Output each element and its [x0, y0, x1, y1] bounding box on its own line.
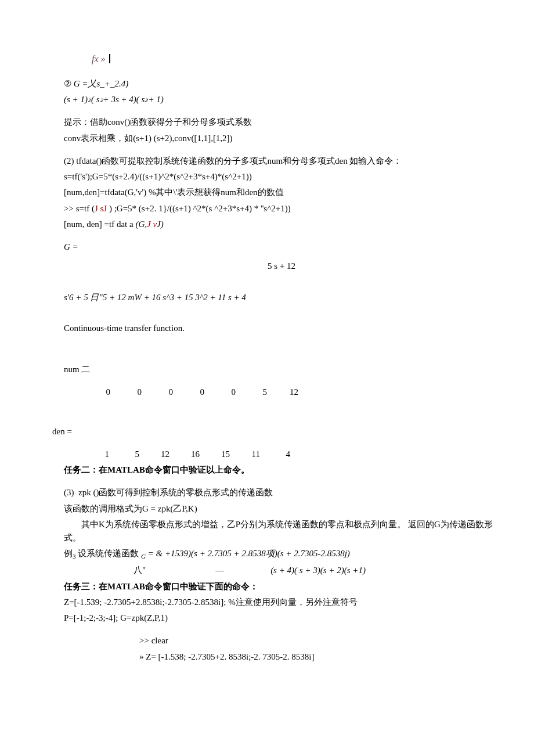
num-label: num 二: [64, 363, 499, 376]
den-v2: 12: [156, 448, 169, 461]
section-2-marker: ②: [64, 79, 71, 88]
ct-label: Continuous-time transfer function.: [64, 322, 499, 335]
code3-in: J sJ: [95, 204, 107, 213]
section-2-expr1: G =乂s_+_2.4): [74, 79, 128, 88]
g-label: G =: [64, 240, 499, 254]
den-v1: 5: [125, 448, 139, 461]
task-3: 任务三：在MATLAB命令窗口中验证下面的命令：: [64, 580, 499, 593]
den-v3: 16: [186, 448, 200, 461]
task-2: 任务二：在MATLAB命令窗口中验证以上命令。: [64, 463, 499, 477]
example-3-line2: 八" — (s + 4)( s + 3)(s + 2)(s +1): [64, 564, 499, 577]
tf-denominator: s'6 + 5 日"5 + 12 mW + 16 s^3 + 15 3^2 + …: [64, 291, 499, 304]
num-v3: 0: [193, 386, 204, 399]
ex3-l2b: —: [215, 564, 224, 577]
den-row: 1 5 12 16 15 11 4: [95, 448, 499, 461]
num-v5: 5: [255, 386, 267, 399]
ex3-g: G: [141, 553, 146, 560]
den-label: den =: [52, 425, 499, 438]
den-v4: 15: [216, 448, 230, 461]
code3-pre: >> s=tf (: [64, 204, 95, 213]
section-3: (2) tfdata()函数可提取控制系统传递函数的分子多项式num和分母多项式…: [64, 154, 499, 168]
hint-line1: 提示：借助conv()函数获得分子和分母多项式系数: [64, 116, 499, 129]
num-v6: 12: [287, 386, 298, 399]
section-4: (3) zpk ()函数可得到控制系统的零极点形式的传递函数: [64, 486, 499, 499]
section-3-code3: >> s=tf (J sJ ) ;G=5* (s+2. 1}/((s+1) ^2…: [64, 202, 499, 215]
section-3-code1: s=tf('s');G=5*(s+2.4)/((s+1)^2*(s^2+3*s+…: [64, 170, 499, 183]
num-v1: 0: [130, 386, 142, 399]
p-line: P=[-1;-2;-3;-4]; G=zpk(Z,P,1): [64, 611, 499, 625]
section-4-line1: zpk ()函数可得到控制系统的零极点形式的传递函数: [78, 488, 273, 497]
den-v5: 11: [246, 448, 260, 461]
tf-numerator: 5 s + 12: [64, 260, 499, 273]
section-3-marker: (2): [64, 156, 74, 165]
num-v0: 0: [99, 386, 110, 399]
ex3-l2c: (s + 4)( s + 3)(s + 2)(s +1): [270, 564, 366, 577]
num-v4: 0: [224, 386, 236, 399]
section-2-head: ② G =乂s_+_2.4): [64, 77, 499, 91]
tf-den-text: s'6 + 5 日"5 + 12 mW + 16 s^3 + 15 3^2 + …: [64, 293, 246, 302]
section-2-expr2: (s + 1)₂( s₂+ 3s + 4)( s₂+ 1): [64, 93, 499, 106]
section-3-code4: [num, den] =tf dat a (G,J vJ): [64, 218, 499, 231]
den-v0: 1: [95, 448, 109, 461]
ex3-pre: 例: [64, 549, 73, 558]
section-3-code2: [num,den]=tfdata(G,'v') %其中\'表示想获得num和de…: [64, 186, 499, 199]
code3-post: ) ;G=5* (s+2. 1}/((s+1) ^2*(s ^2+3*s+4) …: [107, 204, 291, 213]
hint-line2: conv表示相乘，如(s+1) (s+2),conv([1,1],[1,2]): [64, 132, 499, 145]
num-row: 0 0 0 0 0 5 12: [99, 386, 499, 399]
cursor-icon: [109, 54, 110, 63]
ex3-eq: = & +1539)(s + 2.7305 + 2.8538项)(s + 2.7…: [146, 549, 350, 558]
section-4-line2: 该函数的调用格式为G = zpk(乙P,K): [64, 502, 499, 516]
section-4-marker: (3): [64, 488, 74, 497]
fx-prompt: fx »: [92, 52, 499, 67]
code4-pre: [num, den] =tf dat a: [64, 219, 135, 229]
ex3-text: 设系统传递函数: [76, 549, 142, 558]
ex3-l2a: 八": [134, 564, 146, 577]
den-v6: 4: [276, 448, 290, 461]
num-v2: 0: [161, 386, 173, 399]
z-line: Z=[-1.539; -2.7305+2.8538i;-2.7305-2.853…: [64, 596, 499, 609]
section-4-para: 其中K为系统传函零极点形式的增益，乙P分别为系统传递函数的零点和极点列向量。 返…: [64, 518, 499, 545]
section-3-line1: tfdata()函数可提取控制系统传递函数的分子多项式num和分母多项式den …: [76, 156, 402, 165]
clear-line: >> clear: [139, 634, 499, 647]
example-3: 例3 设系统传递函数 G = & +1539)(s + 2.7305 + 2.8…: [64, 547, 499, 561]
z2-line: » Z= [-1.538; -2.7305+2. 8538i;-2. 7305-…: [139, 650, 499, 664]
code4-in: (G,J vJ): [135, 219, 163, 229]
fx-text: fx »: [92, 54, 108, 64]
